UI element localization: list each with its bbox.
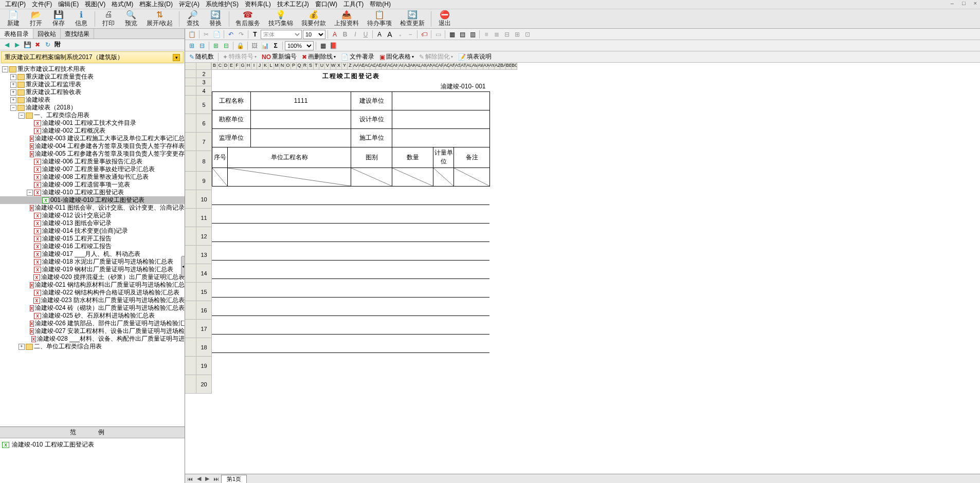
col-header[interactable]: AM <box>421 63 427 70</box>
col-header[interactable]: U <box>319 63 325 70</box>
cut-icon[interactable]: ✂ <box>202 30 211 39</box>
tree-toggle[interactable]: + <box>10 89 16 96</box>
random-button[interactable]: ✎随机数 <box>187 52 216 61</box>
delete-col-icon[interactable]: ⊟ <box>222 41 231 50</box>
service-button[interactable]: ☎售后服务 <box>231 9 264 29</box>
row-header[interactable]: 9 <box>196 172 212 190</box>
row-header[interactable]: 8 <box>196 151 212 172</box>
col-header[interactable]: AH <box>393 63 398 70</box>
underline-icon[interactable]: U <box>361 30 370 39</box>
menu-database[interactable]: 资料库(L) <box>242 0 274 9</box>
menu-edit[interactable]: 编辑(E) <box>55 0 82 9</box>
italic-icon[interactable]: I <box>351 30 360 39</box>
row-header[interactable]: 4 <box>196 86 212 96</box>
col-header[interactable]: R <box>302 63 308 70</box>
col-header[interactable]: BC <box>512 63 517 70</box>
col-header[interactable]: AP <box>438 63 444 70</box>
strikethrough-button[interactable]: ✖画删除线▾ <box>300 52 338 61</box>
dropdown-icon[interactable]: ▾ <box>173 54 180 61</box>
minus-icon[interactable]: − <box>406 30 415 39</box>
tree-node[interactable]: x渝建竣-028 ___材料、设备、构配件出厂质量证明与进 <box>0 335 185 343</box>
row-header[interactable]: 20 <box>196 375 212 394</box>
menu-file[interactable]: 文件(F) <box>29 0 55 9</box>
tree-toggle[interactable]: − <box>2 66 8 72</box>
menu-tech[interactable]: 技术工艺(J) <box>274 0 312 9</box>
copy-icon[interactable]: 📋 <box>187 30 197 39</box>
font-icon[interactable]: T <box>250 30 260 39</box>
col-header[interactable]: N <box>280 63 285 70</box>
col-header[interactable]: V <box>325 63 331 70</box>
open-button[interactable]: 📂打开 <box>25 9 47 29</box>
menu-evaluate[interactable]: 评定(A) <box>176 0 203 9</box>
tree-node[interactable]: +重庆建设工程验收表 <box>0 88 185 96</box>
maximize-button[interactable]: □ <box>960 0 968 6</box>
col-header[interactable]: H <box>246 63 251 70</box>
expand-button[interactable]: ⇅展开/收起 <box>142 9 177 29</box>
update-button[interactable]: 🔄检查更新 <box>396 9 429 29</box>
row-header[interactable]: 18 <box>196 338 212 357</box>
row-header[interactable]: 14 <box>196 264 212 283</box>
tree-node[interactable]: x渝建竣-012 设计交底记录 <box>0 212 185 219</box>
col-header[interactable]: AJ <box>404 63 410 70</box>
row-header[interactable]: 5 <box>196 96 212 114</box>
refresh-icon[interactable]: ↻ <box>43 40 52 49</box>
tree-node[interactable]: x渝建竣-004 工程参建各方签章及项目负责人签字存样表 <box>0 142 185 150</box>
tree-node[interactable]: x渝建竣-007 工程质量事故处理记录汇总表 <box>0 165 185 173</box>
grid-icon[interactable]: ▦ <box>318 41 328 50</box>
tree-node[interactable]: x渝建竣-013 图纸会审记录 <box>0 219 185 227</box>
redo-icon[interactable]: ↷ <box>237 30 246 39</box>
col-header[interactable]: AV <box>472 63 478 70</box>
fill-desc-button[interactable]: 📝填表说明 <box>456 52 494 61</box>
col-header[interactable]: AY <box>489 63 495 70</box>
col-header[interactable]: AF <box>382 63 387 70</box>
collapse-handle[interactable]: ◂ <box>181 256 185 276</box>
col-header[interactable]: AT <box>461 63 466 70</box>
row-header[interactable]: 2 <box>196 70 212 78</box>
sheet-nav-prev[interactable]: ◀ <box>195 475 203 482</box>
tag-icon[interactable]: 🏷 <box>420 30 429 39</box>
tree-node[interactable]: x渝建竣-023 防水材料出厂质量证明与进场检验汇总表 <box>0 296 185 304</box>
col-header[interactable]: AD <box>370 63 376 70</box>
col-header[interactable]: AC <box>365 63 370 70</box>
tree-node[interactable]: x渝建竣-027 安装工程材料、设备出厂质量证明与进场检 <box>0 327 185 335</box>
border2-icon[interactable]: ▦ <box>447 30 457 39</box>
value-design-unit[interactable] <box>392 110 490 128</box>
font-size-select[interactable]: 10 <box>303 30 325 39</box>
nav-back-icon[interactable]: ◀ <box>2 40 11 49</box>
col-header[interactable]: J <box>257 63 263 70</box>
col-header[interactable]: Y <box>342 63 348 70</box>
zoom-select[interactable]: 100% <box>285 41 314 50</box>
tree-node[interactable]: x渝建竣-022 钢结构构件合格证明及进场检验汇总表 <box>0 289 185 296</box>
unsolidify-button[interactable]: ✎解除固化▾ <box>417 52 455 61</box>
col-header[interactable]: AA <box>353 63 359 70</box>
minimize-button[interactable]: – <box>949 0 956 6</box>
row-header[interactable]: 15 <box>196 283 212 301</box>
tips-button[interactable]: 💡技巧集锦 <box>264 9 297 29</box>
special-char-button[interactable]: ✦特殊符号▾ <box>221 52 259 61</box>
col-header[interactable]: X <box>336 63 342 70</box>
chart-icon[interactable]: 📊 <box>260 41 270 50</box>
tree-node[interactable]: −一、工程类综合用表 <box>0 112 185 119</box>
example-item[interactable]: 渝建竣-010 工程竣工图登记表 <box>12 441 94 448</box>
renumber-button[interactable]: NO重新编号 <box>260 52 299 61</box>
find-button[interactable]: 🔎查找 <box>182 9 204 29</box>
row-header[interactable]: 10 <box>196 190 212 209</box>
new-button[interactable]: 📄新建 <box>2 9 25 29</box>
col-header[interactable]: W <box>331 63 336 70</box>
tree-node[interactable]: x渝建竣-020 搅拌混凝土（砂浆）出厂质量证明汇总表 <box>0 273 185 281</box>
col-header[interactable]: S <box>308 63 314 70</box>
tree-node[interactable]: x渝建竣-005 工程参建各方签章及项目负责人签字变更存 <box>0 150 185 158</box>
col-header[interactable]: AG <box>387 63 393 70</box>
border1-icon[interactable]: ▭ <box>433 30 443 39</box>
tree-node[interactable]: x渝建竣-011 图纸会审、设计交底、设计变更、洽商记录 <box>0 204 185 212</box>
print-button[interactable]: 🖨打印 <box>97 9 120 29</box>
col-header[interactable]: Z <box>348 63 353 70</box>
col-header[interactable]: BA <box>500 63 506 70</box>
sheet-nav-last[interactable]: ⏭ <box>211 476 221 482</box>
tree-node[interactable]: x渝建竣-009 工程遗留事项一览表 <box>0 181 185 189</box>
col-header[interactable]: AU <box>466 63 472 70</box>
align3-icon[interactable]: ⊟ <box>502 30 512 39</box>
menu-view[interactable]: 视图(V) <box>82 0 108 9</box>
col-header[interactable]: AB <box>359 63 365 70</box>
col-header[interactable]: AW <box>478 63 483 70</box>
